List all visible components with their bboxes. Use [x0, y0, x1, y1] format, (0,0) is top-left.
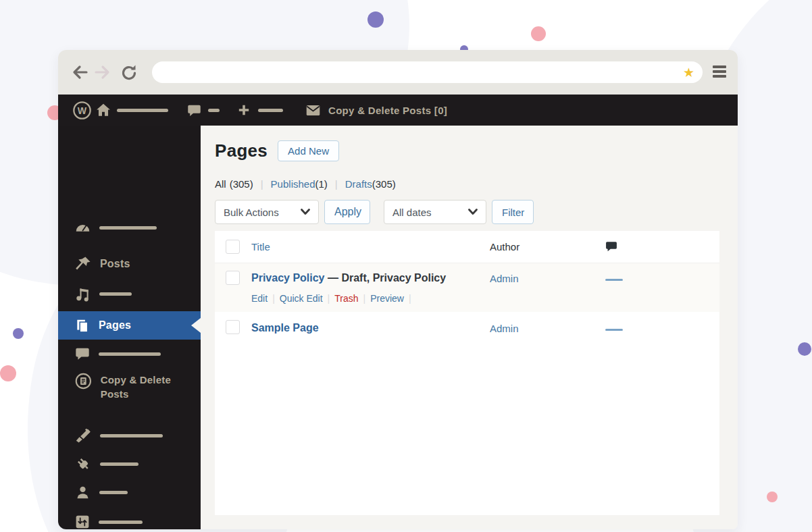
- plus-icon: [237, 103, 251, 117]
- sidebar-item-label: Pages: [99, 319, 131, 331]
- url-address-bar[interactable]: ★: [152, 61, 703, 83]
- browser-chrome: ★: [58, 50, 738, 95]
- tools-label-placeholder: [99, 521, 143, 524]
- page-title: Pages: [215, 140, 268, 161]
- dashboard-label-placeholder: [99, 226, 157, 230]
- dashboard-gauge-icon: [75, 220, 91, 236]
- sidebar-item-users[interactable]: [58, 481, 201, 504]
- stacked-pages-icon: [75, 318, 90, 333]
- menu-bar: [713, 75, 726, 78]
- action-separator: |: [272, 293, 275, 304]
- select-all-checkbox[interactable]: [226, 240, 240, 254]
- bookmark-star-icon[interactable]: ★: [683, 66, 694, 79]
- comment-bubble-icon: [605, 240, 617, 252]
- comments-menu[interactable]: [187, 95, 201, 126]
- status-filter-links: All(305) | Published(1) | Drafts(305): [215, 178, 396, 190]
- filter-button[interactable]: Filter: [492, 200, 534, 224]
- sidebar-item-comments[interactable]: [58, 342, 201, 365]
- decor-dot-purple: [367, 11, 384, 28]
- copy-delete-posts-menu[interactable]: [305, 95, 321, 126]
- sidebar-item-copy-delete-posts[interactable]: Copy & Delete Posts: [58, 369, 201, 406]
- back-arrow-icon: [74, 67, 86, 78]
- filter-drafts-link[interactable]: Drafts(305): [345, 178, 396, 190]
- preview-link[interactable]: Preview: [370, 293, 404, 304]
- back-button[interactable]: [72, 63, 89, 81]
- page-link-privacy-policy[interactable]: Privacy Policy: [251, 272, 325, 284]
- site-name-placeholder: [117, 109, 168, 112]
- admin-sidebar: Posts Pages Copy & Delete Posts: [58, 126, 201, 529]
- active-item-arrow: [191, 318, 201, 333]
- media-label-placeholder: [99, 292, 132, 296]
- apply-button[interactable]: Apply: [324, 200, 370, 224]
- dates-filter-select[interactable]: All dates: [384, 200, 486, 224]
- page-link-sample-page[interactable]: Sample Page: [251, 322, 319, 334]
- decor-dot-purple: [798, 342, 811, 356]
- bulk-actions-select[interactable]: Bulk Actions: [215, 200, 319, 224]
- plug-icon: [75, 456, 91, 472]
- trash-link[interactable]: Trash: [334, 293, 358, 304]
- browser-menu-button[interactable]: [713, 65, 726, 78]
- browser-window: ★ W: [58, 50, 738, 529]
- page-background: ★ W: [0, 0, 812, 532]
- sidebar-item-posts[interactable]: Posts: [58, 252, 201, 275]
- action-separator: |: [409, 293, 411, 304]
- sidebar-item-media[interactable]: [58, 282, 201, 305]
- sidebar-item-label: Copy & Delete Posts: [101, 373, 201, 401]
- add-new-button[interactable]: Add New: [278, 140, 339, 161]
- svg-text:W: W: [78, 105, 87, 115]
- row-checkbox[interactable]: [226, 320, 240, 334]
- author-link[interactable]: Admin: [490, 323, 519, 334]
- copy-delete-posts-menu-label[interactable]: Copy & Delete Posts [0]: [328, 95, 447, 126]
- row-checkbox[interactable]: [226, 271, 240, 285]
- decor-dot-purple: [13, 328, 24, 339]
- media-music-note-icon: [75, 286, 91, 302]
- pushpin-icon: [75, 256, 91, 272]
- sidebar-item-plugins[interactable]: [58, 452, 201, 475]
- pages-screen: Pages Add New All(305) | Published(1) | …: [201, 126, 738, 529]
- table-header-row: Title Author: [215, 231, 719, 263]
- comment-count-placeholder: [208, 109, 220, 112]
- person-icon: [75, 485, 91, 500]
- filter-published-link[interactable]: Published(1): [271, 178, 328, 190]
- home-icon: [96, 103, 111, 117]
- site-home-menu[interactable]: [96, 95, 111, 126]
- chevron-down-icon: [301, 209, 310, 215]
- wordpress-logo-icon: W: [73, 101, 91, 119]
- filter-all-link[interactable]: All(305): [215, 178, 253, 190]
- sidebar-item-appearance[interactable]: [58, 424, 201, 447]
- decor-dot-pink: [531, 26, 546, 41]
- pages-table: Title Author Privacy Policy — Draft, Pri…: [215, 231, 719, 515]
- appearance-label-placeholder: [100, 434, 163, 437]
- table-row: Privacy Policy — Draft, Privacy Policy A…: [215, 263, 719, 312]
- refresh-button[interactable]: [120, 63, 137, 81]
- column-header-author: Author: [490, 241, 519, 252]
- edit-link[interactable]: Edit: [251, 293, 268, 304]
- comment-count-dash: [605, 329, 623, 331]
- column-header-comments-icon: [605, 240, 617, 252]
- author-link[interactable]: Admin: [490, 273, 519, 284]
- circled-document-icon: [75, 373, 92, 390]
- filter-separator: |: [261, 178, 263, 190]
- table-row: Sample Page Admin: [215, 312, 719, 350]
- post-state-label: — Draft, Privacy Policy: [328, 272, 446, 284]
- chevron-down-icon: [468, 209, 478, 215]
- import-export-box-icon: [75, 514, 90, 529]
- sidebar-item-dashboard[interactable]: [58, 216, 201, 239]
- forward-button[interactable]: [93, 63, 111, 81]
- comments-bubble-icon: [187, 103, 201, 117]
- wp-logo-menu[interactable]: W: [73, 95, 91, 126]
- new-content-menu[interactable]: [237, 95, 251, 126]
- sidebar-item-pages[interactable]: Pages: [58, 311, 201, 340]
- menu-bar: [713, 70, 726, 73]
- decor-dot-pink: [0, 365, 16, 381]
- envelope-icon: [305, 103, 321, 118]
- paintbrush-icon: [75, 427, 91, 444]
- column-header-title[interactable]: Title: [251, 241, 270, 252]
- quick-edit-link[interactable]: Quick Edit: [280, 293, 323, 304]
- filter-separator: |: [335, 178, 338, 190]
- sidebar-item-tools[interactable]: [58, 510, 201, 529]
- comment-count-dash: [605, 279, 623, 281]
- forward-arrow-icon: [96, 67, 108, 78]
- new-label-placeholder: [258, 109, 283, 112]
- comment-bubble-icon: [75, 346, 90, 361]
